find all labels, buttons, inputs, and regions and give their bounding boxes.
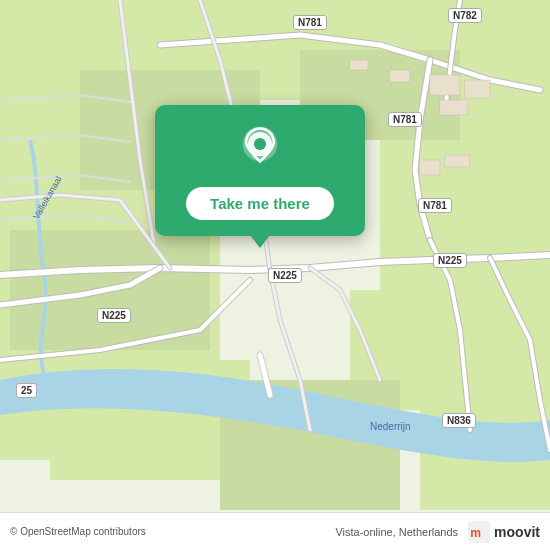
moovit-logo-icon: m — [468, 521, 490, 543]
road-label-n225-right: N225 — [433, 253, 467, 268]
road-label-n781-right: N781 — [388, 112, 422, 127]
road-label-n781-top: N781 — [293, 15, 327, 30]
location-name: Vista-online, Netherlands — [335, 526, 458, 538]
road-label-n225-center: N225 — [268, 268, 302, 283]
road-label-n781-bottom: N781 — [418, 198, 452, 213]
road-label-n225-left: N225 — [97, 308, 131, 323]
moovit-brand: Vista-online, Netherlands m moovit — [335, 521, 540, 543]
moovit-text: moovit — [494, 524, 540, 540]
svg-point-2 — [254, 138, 266, 150]
popup-card: Take me there — [155, 105, 365, 236]
location-pin-icon — [234, 125, 286, 177]
road-label-n25: 25 — [16, 383, 37, 398]
map-container: N782 N781 N781 N781 N225 N225 N225 N836 … — [0, 0, 550, 550]
road-label-n836: N836 — [442, 413, 476, 428]
take-me-there-button[interactable]: Take me there — [186, 187, 334, 220]
svg-text:m: m — [470, 525, 481, 539]
road-label-n782: N782 — [448, 8, 482, 23]
attribution-text: © OpenStreetMap contributors — [10, 526, 146, 537]
bottom-bar: © OpenStreetMap contributors Vista-onlin… — [0, 512, 550, 550]
